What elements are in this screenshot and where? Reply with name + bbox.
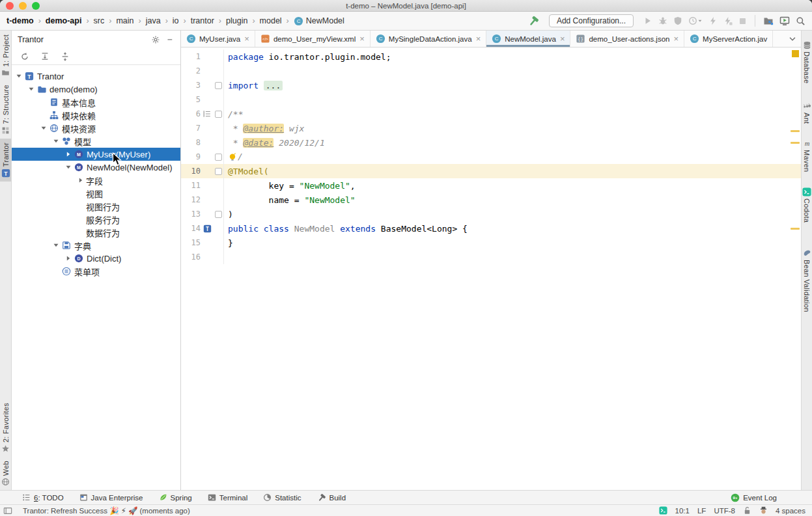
tabs-overflow-chevron[interactable]: [784, 31, 801, 47]
status-widget-lf[interactable]: LF: [697, 507, 706, 515]
status-message[interactable]: Trantor: Refresh Success 🎉 ⚡ 🚀 (moments …: [23, 506, 190, 515]
collapse-arrow-icon[interactable]: [14, 73, 24, 79]
tree-item-myuser-myuser[interactable]: MMyUser(MyUser): [12, 148, 180, 161]
tab-myuser-java[interactable]: CMyUser.java×: [181, 31, 255, 47]
fold-marker[interactable]: [214, 207, 224, 221]
code-line-15[interactable]: 15}: [181, 236, 801, 250]
tree-item-模型[interactable]: 模型: [12, 135, 180, 148]
toolwindow-button-event-log[interactable]: 9+Event Log: [731, 493, 777, 502]
toolwindow-button-statistic[interactable]: Statistic: [263, 493, 301, 502]
fold-marker[interactable]: [214, 78, 224, 92]
tab-demo-user-myview-xml[interactable]: </>demo_User_myView.xml×: [255, 31, 371, 47]
tree-item-trantor[interactable]: TTrantor: [12, 70, 180, 83]
breadcrumb-item-trantor[interactable]: trantor: [191, 16, 214, 25]
minimize-button[interactable]: [19, 2, 27, 10]
fold-marker[interactable]: [214, 164, 224, 178]
toolbar-search-everywhere-button[interactable]: [796, 16, 805, 26]
tree-item-模块资源[interactable]: 模块资源: [12, 122, 180, 135]
stripe-item-codota[interactable]: Codota: [802, 183, 812, 226]
breadcrumb-item-java[interactable]: java: [146, 16, 161, 25]
collapse-arrow-icon[interactable]: [51, 138, 61, 144]
stripe-item-bean-validation[interactable]: Bean Validation: [802, 245, 812, 316]
breadcrumb-item-model[interactable]: model: [260, 16, 282, 25]
tab-close-icon[interactable]: ×: [560, 34, 565, 44]
code-line-8[interactable]: 8 * @date: 2020/12/1: [181, 135, 801, 150]
collapse-arrow-icon[interactable]: [51, 242, 61, 249]
tree-item-基本信息[interactable]: 基本信息: [12, 96, 180, 109]
collapse-arrow-icon[interactable]: [26, 86, 36, 92]
stripe-item-database[interactable]: Database: [802, 37, 812, 88]
tree-item-demo-demo[interactable]: demo(demo): [12, 83, 180, 96]
toolwindow-button-build[interactable]: Build: [317, 493, 346, 502]
t-model-icon[interactable]: T: [201, 224, 214, 233]
toolwindow-button-java-enterprise[interactable]: Java Enterprise: [79, 493, 143, 502]
minimize-icon[interactable]: [167, 36, 175, 44]
stripe-item-7-structure[interactable]: 7: Structure: [0, 81, 11, 138]
code-line-9[interactable]: 9/: [181, 150, 801, 164]
hector-icon[interactable]: [759, 506, 768, 515]
toolbar-stop-button[interactable]: [738, 17, 747, 25]
breadcrumb-item-newmodel[interactable]: CNewModel: [294, 16, 344, 26]
breadcrumb-item-src[interactable]: src: [94, 16, 105, 25]
breadcrumb-item-main[interactable]: main: [116, 16, 133, 25]
toolbar-project-structure-button[interactable]: [763, 16, 774, 26]
tab-demo-user-actions-json[interactable]: { }demo_User-actions.json×: [570, 31, 684, 47]
breadcrumb-item-demo-api[interactable]: demo-api: [46, 16, 82, 25]
tab-newmodel-java[interactable]: CNewModel.java×: [486, 31, 570, 47]
code-line-7[interactable]: 7 * @author: wjx: [181, 121, 801, 135]
breadcrumb-item-io[interactable]: io: [173, 16, 179, 25]
expand-arrow-icon[interactable]: [63, 255, 74, 262]
code-line-14[interactable]: 14Tpublic class NewModel extends BaseMod…: [181, 221, 801, 236]
tree-item-dict-dict[interactable]: DDict(Dict): [12, 252, 180, 265]
tab-close-icon[interactable]: ×: [476, 34, 481, 44]
collapse-all-icon[interactable]: [61, 52, 70, 61]
tree-item-newmodel-newmodel[interactable]: MNewModel(NewModel): [12, 161, 180, 174]
tab-close-icon[interactable]: ×: [244, 34, 249, 44]
status-widget-utf-8[interactable]: UTF-8: [714, 507, 735, 515]
toolbar-profiler-button[interactable]: [688, 16, 703, 25]
stripe-item-maven[interactable]: mMaven: [802, 135, 812, 176]
expand-arrow-icon[interactable]: [76, 177, 86, 183]
zoom-button[interactable]: [32, 2, 40, 10]
unlock-icon[interactable]: [743, 506, 751, 515]
toolwindow-button-terminal[interactable]: Terminal: [208, 493, 247, 502]
code-line-6[interactable]: 6/**: [181, 107, 801, 121]
stripe-item-web[interactable]: Web: [0, 457, 11, 490]
tab-mysingledataaction-java[interactable]: CMySingleDataAction.java×: [371, 31, 486, 47]
tree-item-视图[interactable]: 视图: [12, 187, 180, 200]
status-widget-10-1[interactable]: 10:1: [675, 507, 690, 515]
collapse-arrow-icon[interactable]: [38, 125, 49, 131]
stripe-item-trantor[interactable]: TrantorT: [0, 139, 11, 182]
toolwindow-button-6-todo[interactable]: 6: TODO: [22, 493, 64, 502]
toolbar-force-run-button[interactable]: [723, 16, 733, 25]
code-line-16[interactable]: 16: [181, 250, 801, 264]
tab-close-icon[interactable]: ×: [673, 34, 679, 44]
collapse-arrow-icon[interactable]: [63, 164, 74, 170]
tree-item-菜单项[interactable]: 菜单项: [12, 265, 180, 278]
tree-item-服务行为[interactable]: 服务行为: [12, 213, 180, 226]
code-line-13[interactable]: 13): [181, 207, 801, 221]
gear-icon[interactable]: [151, 35, 160, 44]
code-line-3[interactable]: 3import ...: [181, 78, 801, 92]
tree-item-视图行为[interactable]: 视图行为: [12, 200, 180, 213]
tree-item-字段[interactable]: 字段: [12, 174, 180, 187]
run-configuration-select[interactable]: Add Configuration...: [549, 14, 634, 27]
status-widget-4-spaces[interactable]: 4 spaces: [776, 507, 805, 515]
tree-item-数据行为[interactable]: 数据行为: [12, 226, 180, 239]
code-line-2[interactable]: 2: [181, 64, 801, 78]
code-line-12[interactable]: 12 name = "NewModel": [181, 193, 801, 207]
codota-status-icon[interactable]: [659, 506, 667, 515]
code-line-11[interactable]: 11 key = "NewModel",: [181, 178, 801, 193]
tree-item-字典[interactable]: 字典: [12, 239, 180, 252]
code-line-5[interactable]: 5: [181, 92, 801, 107]
toolbar-run-anything-button[interactable]: [708, 16, 718, 25]
breadcrumb-item-plugin[interactable]: plugin: [226, 16, 247, 25]
toolwindow-button-spring[interactable]: Spring: [159, 493, 192, 502]
breadcrumb-item-t-demo[interactable]: t-demo: [7, 16, 34, 25]
toolbar-coverage-button[interactable]: [673, 16, 682, 25]
editor[interactable]: 1package io.trantor.plugin.model;23impor…: [181, 48, 801, 490]
close-button[interactable]: [6, 2, 14, 10]
fold-marker[interactable]: [214, 107, 224, 121]
intention-bulb-icon[interactable]: [228, 153, 237, 162]
toolbar-preview-button[interactable]: [779, 16, 790, 26]
